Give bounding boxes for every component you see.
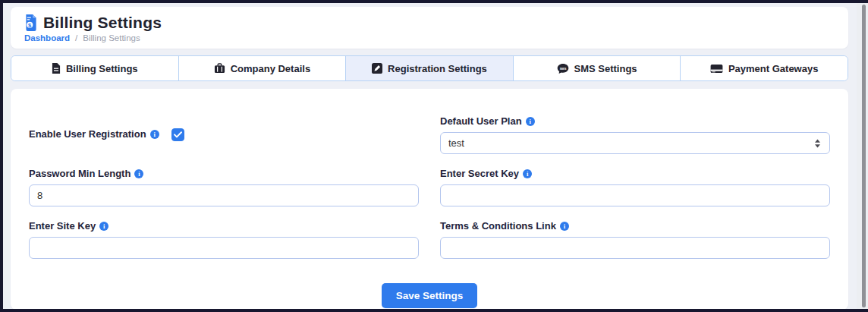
field-label-text: Password Min Length	[29, 167, 131, 181]
tab-billing-settings[interactable]: Billing Settings	[11, 56, 178, 80]
field-default-user-plan: Default User Plan i test	[440, 115, 830, 154]
check-icon	[174, 131, 182, 138]
tab-label: Registration Settings	[388, 63, 487, 74]
info-icon[interactable]: i	[526, 117, 535, 126]
form-actions: Save Settings	[29, 283, 830, 308]
field-label: Enter Site Key i	[29, 219, 419, 233]
tab-registration-settings[interactable]: Registration Settings	[345, 56, 513, 80]
field-enter-site-key: Enter Site Key i	[29, 219, 419, 259]
tab-label: Company Details	[231, 63, 310, 74]
registration-settings-panel: Enable User Registration i Default User …	[11, 89, 848, 309]
tab-label: Billing Settings	[66, 63, 138, 74]
briefcase-icon	[214, 63, 225, 74]
page-header: $ Billing Settings Dashboard / Billing S…	[11, 7, 848, 49]
vertical-scrollbar[interactable]	[857, 3, 868, 309]
save-settings-button[interactable]: Save Settings	[382, 283, 478, 308]
credit-card-icon	[710, 64, 723, 74]
field-enable-user-registration: Enable User Registration i	[29, 115, 419, 154]
field-terms-conditions-link: Terms & Conditions Link i	[440, 219, 830, 259]
sms-comment-icon: SMS	[557, 63, 569, 74]
breadcrumb: Dashboard / Billing Settings	[24, 33, 835, 43]
breadcrumb-current: Billing Settings	[83, 33, 140, 43]
registration-settings-form: Enable User Registration i Default User …	[29, 115, 830, 308]
tab-label: Payment Gateways	[728, 63, 819, 74]
info-icon[interactable]: i	[99, 222, 108, 231]
field-label-text: Enter Site Key	[29, 219, 96, 233]
field-enter-secret-key: Enter Secret Key i	[440, 167, 830, 206]
field-label: Password Min Length i	[29, 167, 419, 181]
field-label-text: Terms & Conditions Link	[440, 219, 556, 233]
site-key-input[interactable]	[29, 237, 419, 259]
info-icon[interactable]: i	[560, 222, 569, 231]
info-icon[interactable]: i	[150, 130, 159, 139]
window-frame: $ Billing Settings Dashboard / Billing S…	[0, 0, 868, 312]
field-label: Terms & Conditions Link i	[440, 219, 830, 233]
tab-label: SMS Settings	[574, 63, 637, 74]
info-icon[interactable]: i	[523, 169, 532, 178]
pen-square-icon	[372, 63, 382, 74]
settings-tabs: Billing Settings Company Details	[11, 55, 848, 81]
breadcrumb-dashboard-link[interactable]: Dashboard	[24, 33, 70, 43]
field-label: Enter Secret Key i	[440, 167, 830, 181]
breadcrumb-separator: /	[75, 33, 77, 43]
secret-key-input[interactable]	[440, 184, 830, 206]
svg-text:$: $	[28, 22, 32, 29]
password-min-length-input[interactable]	[29, 184, 419, 206]
field-label-text: Default User Plan	[440, 115, 522, 128]
invoice-dollar-icon: $	[24, 14, 38, 31]
field-label-text: Enable User Registration	[29, 128, 146, 141]
scrollbar-thumb[interactable]	[862, 5, 866, 307]
svg-text:SMS: SMS	[559, 66, 566, 70]
field-password-min-length: Password Min Length i	[29, 167, 419, 206]
field-label-text: Enter Secret Key	[440, 167, 519, 181]
default-user-plan-select[interactable]: test	[440, 132, 830, 154]
terms-conditions-link-input[interactable]	[440, 237, 830, 259]
tab-payment-gateways[interactable]: Payment Gateways	[680, 56, 848, 80]
tab-company-details[interactable]: Company Details	[178, 56, 346, 80]
page-background: $ Billing Settings Dashboard / Billing S…	[3, 3, 868, 309]
file-invoice-icon	[52, 63, 61, 74]
page-title: Billing Settings	[43, 14, 162, 32]
field-label: Default User Plan i	[440, 115, 830, 128]
enable-user-registration-checkbox[interactable]	[171, 128, 184, 141]
info-icon[interactable]: i	[134, 169, 143, 178]
tab-sms-settings[interactable]: SMS SMS Settings	[513, 56, 681, 80]
field-label: Enable User Registration i	[29, 128, 159, 141]
